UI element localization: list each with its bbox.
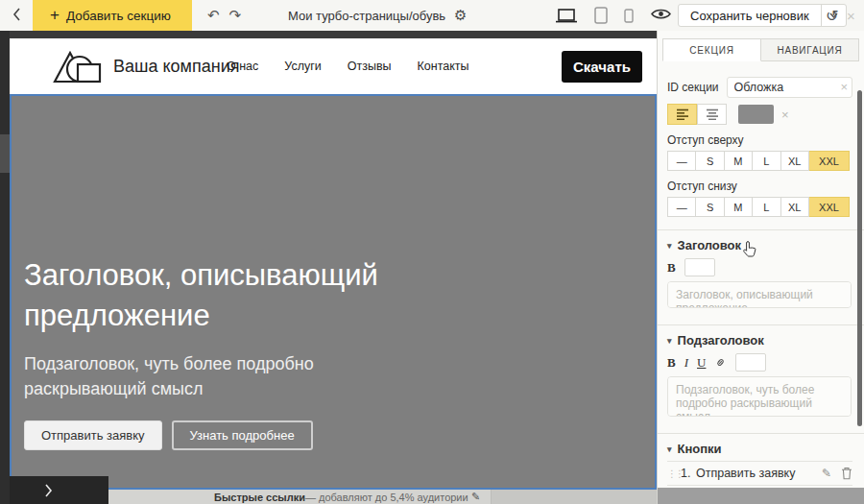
- subheading-section-toggle[interactable]: ▾ Подзаголовок: [667, 333, 852, 348]
- spacing-bottom-xl[interactable]: XL: [781, 197, 809, 217]
- plus-icon: +: [50, 6, 60, 25]
- link-icon[interactable]: [714, 356, 727, 369]
- align-center-button[interactable]: [697, 104, 727, 125]
- left-scrollbar-thumb[interactable]: [0, 134, 10, 173]
- hero-primary-button[interactable]: Отправить заявку: [24, 420, 162, 450]
- spacing-top-xl[interactable]: XL: [781, 151, 809, 171]
- expand-panel-button[interactable]: [0, 476, 108, 504]
- button-list-item: ⋮⋮ 1. Отправить заявку ✎: [667, 461, 852, 485]
- spacing-bottom-control: — S M L XL XXL: [667, 197, 850, 217]
- phone-preview-icon[interactable]: [624, 9, 634, 23]
- subheading-text-input[interactable]: [667, 376, 852, 417]
- spacing-top-xxl[interactable]: XXL: [809, 151, 850, 171]
- nav-item-contacts[interactable]: Контакты: [418, 60, 469, 73]
- subheading-italic-button[interactable]: I: [684, 355, 688, 371]
- chevron-right-icon: [44, 484, 53, 497]
- spacing-bottom-none[interactable]: —: [667, 197, 696, 217]
- spacing-top-s[interactable]: S: [696, 151, 724, 171]
- company-logo-icon: [52, 48, 102, 84]
- subheading-bold-button[interactable]: B: [667, 355, 676, 371]
- edit-button-icon[interactable]: ✎: [822, 467, 831, 480]
- align-left-icon: [676, 108, 689, 120]
- heading-section-toggle[interactable]: ▾ Заголовок: [667, 238, 852, 252]
- spacing-bottom-label: Отступ снизу: [667, 180, 852, 193]
- heading-color-box[interactable]: [684, 258, 715, 276]
- tablet-preview-icon[interactable]: [594, 7, 608, 24]
- section-divider: [658, 324, 864, 325]
- panel-scrollbar-thumb[interactable]: [857, 90, 862, 426]
- panel-bottom-strip: [658, 488, 864, 504]
- redo-icon[interactable]: ↷: [229, 7, 242, 24]
- nav-item-about[interactable]: О нас: [227, 60, 258, 73]
- spacing-top-none[interactable]: —: [667, 151, 696, 171]
- close-editor-icon[interactable]: ×: [847, 8, 855, 24]
- spacing-bottom-s[interactable]: S: [696, 197, 724, 217]
- history-icon[interactable]: ↺: [826, 7, 838, 25]
- quick-links-description: — добавляют до 5,4% аудитории: [305, 492, 468, 503]
- nav-item-services[interactable]: Услуги: [284, 60, 321, 73]
- buttons-section-toggle[interactable]: ▾ Кнопки: [667, 442, 852, 456]
- site-nav: О нас Услуги Отзывы Контакты: [227, 60, 469, 73]
- caret-down-icon: ▾: [667, 241, 672, 251]
- save-draft-label[interactable]: Сохранить черновик: [679, 5, 821, 26]
- spacing-top-label: Отступ сверху: [667, 133, 852, 147]
- section-divider: [658, 433, 864, 434]
- caret-down-icon: ▾: [667, 444, 672, 454]
- section-divider: [658, 229, 864, 230]
- page-canvas: Ваша компания О нас Услуги Отзывы Контак…: [10, 31, 657, 504]
- caret-down-icon: ▾: [667, 336, 672, 346]
- button-item-label: Отправить заявку: [696, 467, 822, 480]
- tab-section[interactable]: СЕКЦИЯ: [662, 38, 761, 61]
- download-button[interactable]: Скачать: [562, 51, 642, 83]
- drag-handle-icon[interactable]: ⋮⋮: [667, 468, 681, 479]
- heading-text-input[interactable]: [667, 281, 852, 308]
- button-item-number: 1.: [681, 467, 696, 480]
- chevron-left-icon: [12, 8, 21, 21]
- add-section-label: Добавить секцию: [66, 9, 171, 23]
- subheading-color-box[interactable]: [735, 353, 766, 372]
- spacing-bottom-xxl[interactable]: XXL: [809, 197, 850, 217]
- quick-links-suggestion-bar[interactable]: Быстрые ссылки — добавляют до 5,4% аудит…: [108, 490, 657, 504]
- preview-eye-icon[interactable]: [651, 7, 671, 24]
- hero-section-selected[interactable]: Заголовок, описывающий предложение Подза…: [10, 94, 657, 490]
- delete-button-icon[interactable]: [841, 467, 852, 480]
- save-draft-button: Сохранить черновик: [678, 4, 847, 27]
- spacing-bottom-l[interactable]: L: [753, 197, 780, 217]
- quick-links-title: Быстрые ссылки: [214, 492, 305, 503]
- background-color-swatch[interactable]: [738, 105, 774, 124]
- quick-links-edit-icon[interactable]: ✎: [471, 491, 480, 503]
- subheading-underline-button[interactable]: U: [697, 355, 706, 371]
- panel-tabs: СЕКЦИЯ НАВИГАЦИЯ: [658, 38, 864, 61]
- left-scrollbar-track: [0, 0, 10, 504]
- hero-secondary-button[interactable]: Узнать подробнее: [172, 420, 313, 450]
- clear-color-icon[interactable]: ×: [781, 108, 789, 122]
- clear-id-icon[interactable]: ×: [840, 80, 848, 94]
- editor-window: + Добавить секцию ↶ ↷ Мои турбо-страницы…: [0, 0, 864, 504]
- hero-subheading[interactable]: Подзаголовок, чуть более подробно раскры…: [24, 351, 346, 401]
- align-left-button[interactable]: [667, 104, 697, 125]
- spacing-bottom-m[interactable]: M: [725, 197, 753, 217]
- section-id-label: ID секции: [667, 81, 719, 94]
- buttons-section-label: Кнопки: [678, 442, 722, 456]
- add-section-button[interactable]: + Добавить секцию: [33, 0, 192, 31]
- section-id-input[interactable]: [727, 77, 852, 98]
- back-button[interactable]: [0, 8, 33, 24]
- hero-heading[interactable]: Заголовок, описывающий предложение: [24, 255, 456, 336]
- quick-bar-right-segment: [492, 490, 657, 504]
- nav-item-reviews[interactable]: Отзывы: [348, 60, 392, 73]
- subheading-section-label: Подзаголовок: [678, 333, 764, 348]
- heading-section-label: Заголовок: [678, 238, 742, 252]
- desktop-preview-icon[interactable]: [555, 9, 578, 23]
- top-toolbar: + Добавить секцию ↶ ↷ Мои турбо-страницы…: [0, 0, 864, 31]
- spacing-top-m[interactable]: M: [725, 151, 753, 171]
- align-center-icon: [706, 108, 719, 120]
- spacing-top-l[interactable]: L: [753, 151, 780, 171]
- site-header-section[interactable]: Ваша компания О нас Услуги Отзывы Контак…: [10, 38, 657, 94]
- tab-navigation[interactable]: НАВИГАЦИЯ: [761, 38, 859, 61]
- company-name: Ваша компания: [113, 57, 239, 77]
- spacing-top-control: — S M L XL XXL: [667, 151, 850, 171]
- heading-bold-button[interactable]: B: [667, 260, 676, 276]
- gear-icon[interactable]: ⚙: [454, 7, 467, 24]
- page-title: Мои турбо-страницы/обувь: [288, 9, 445, 23]
- undo-icon[interactable]: ↶: [207, 7, 220, 24]
